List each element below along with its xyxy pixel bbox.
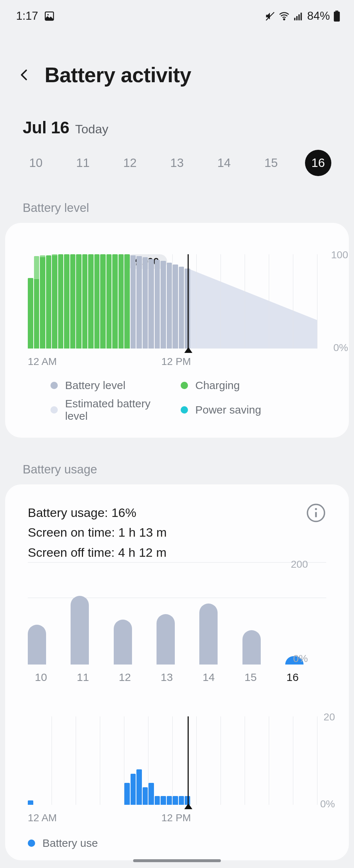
daily-xlabel: 12 [114, 671, 136, 684]
daily-xlabel: 10 [30, 671, 52, 684]
svg-point-3 [283, 19, 285, 20]
hourly-legend: Battery use [28, 837, 326, 849]
section-battery-level-label: Battery level [0, 176, 354, 215]
day-12[interactable]: 12 [117, 156, 143, 170]
level-bar [173, 264, 178, 349]
day-14[interactable]: 14 [211, 156, 237, 170]
usage-summary: Battery usage: 16% Screen on time: 1 h 1… [28, 503, 167, 562]
screen-off-value: 4 h 12 m [118, 545, 166, 559]
legend-charging: Charging [181, 379, 304, 392]
svg-rect-7 [301, 13, 302, 20]
legend-dot-power-saving [181, 406, 188, 414]
hourly-bar [28, 800, 33, 805]
yaxis-top: 100 [328, 249, 348, 261]
level-bar [40, 255, 45, 349]
section-battery-usage-label: Battery usage [0, 438, 354, 476]
level-bar [52, 254, 57, 349]
usage-value: 16% [112, 506, 136, 519]
day-11[interactable]: 11 [70, 156, 96, 170]
level-bar [28, 278, 33, 349]
level-bar [100, 254, 106, 349]
page-title: Battery activity [45, 63, 191, 87]
battery-level-xlabels: 12 AM 12 PM [28, 356, 317, 368]
battery-level-legend: Battery level Charging Estimated battery… [50, 379, 304, 422]
svg-rect-8 [335, 11, 338, 12]
level-bar [70, 254, 76, 349]
gallery-icon [44, 11, 55, 22]
level-bar [46, 255, 52, 349]
daily-xlabels: 10111213141516 [28, 671, 326, 684]
xaxis-right: 12 PM [161, 356, 191, 368]
usage-label: Battery usage: [28, 506, 112, 519]
svg-rect-6 [298, 14, 300, 20]
hourly-bar [148, 783, 154, 805]
home-indicator[interactable] [133, 859, 221, 862]
level-bar [58, 254, 64, 349]
wifi-icon [279, 11, 290, 22]
status-bar: 1:17 84% [0, 0, 354, 23]
level-bar [118, 254, 124, 349]
date-row: Jul 16 Today [0, 87, 354, 137]
hourly-current-marker [188, 716, 189, 808]
hourly-xaxis-left: 12 AM [28, 812, 57, 824]
legend-dot-estimated [50, 406, 58, 414]
battery-level-card: 100 100 0% 12 AM 12 PM Battery level [5, 223, 349, 438]
daily-yaxis: 200 0% [291, 559, 308, 665]
daily-xlabel: 14 [198, 671, 220, 684]
daily-usage-chart[interactable]: 200 0% 10111213141516 [28, 610, 326, 684]
level-bar [124, 254, 130, 349]
level-bar [34, 256, 39, 349]
daily-bar [114, 620, 132, 665]
level-bar [106, 254, 112, 349]
status-bar-left: 1:17 [16, 9, 55, 23]
hourly-bar [124, 783, 130, 805]
hourly-bar [167, 796, 172, 805]
hourly-usage-chart[interactable]: 20 0% 12 AM 12 PM Battery use [28, 716, 326, 849]
battery-level-yaxis: 100 0% [328, 249, 348, 354]
level-bar [143, 257, 148, 349]
svg-point-1 [48, 14, 49, 15]
day-10[interactable]: 10 [23, 156, 49, 170]
battery-level-chart[interactable]: 100 0% [28, 254, 326, 349]
xaxis-left: 12 AM [28, 356, 57, 368]
level-bar [88, 254, 94, 349]
daily-yaxis-bottom: 0% [293, 653, 308, 665]
level-bar [94, 254, 100, 349]
current-time-marker [188, 254, 189, 352]
level-bar [76, 254, 82, 349]
hourly-xaxis-right: 12 PM [161, 812, 191, 824]
back-button[interactable] [18, 68, 31, 82]
level-bar [179, 267, 184, 349]
legend-battery-level: Battery level [50, 379, 173, 392]
daily-bar [28, 625, 46, 665]
status-battery-pct: 84% [307, 9, 330, 23]
signal-icon [293, 11, 304, 21]
mute-icon [265, 11, 275, 21]
legend-dot-battery-level [50, 382, 58, 389]
hourly-yaxis: 20 0% [319, 711, 335, 810]
level-bar [148, 259, 154, 349]
page-header: Battery activity [0, 23, 354, 87]
day-16[interactable]: 16 [305, 150, 331, 176]
hourly-xlabels: 12 AM 12 PM [28, 812, 317, 824]
legend-dot-battery-use [28, 840, 35, 847]
screen-on-value: 1 h 13 m [118, 525, 167, 539]
day-15[interactable]: 15 [258, 156, 284, 170]
day-13[interactable]: 13 [164, 156, 190, 170]
level-bar [82, 254, 88, 349]
daily-bar [71, 596, 89, 665]
svg-rect-9 [334, 12, 340, 22]
info-button[interactable] [306, 503, 326, 523]
level-bar [185, 269, 190, 349]
daily-xlabel: 13 [156, 671, 178, 684]
status-bar-right: 84% [265, 9, 340, 23]
level-bar [112, 254, 118, 349]
screen-off-label: Screen off time: [28, 545, 118, 559]
legend-power-saving: Power saving [181, 397, 304, 422]
date-label: Jul 16 [23, 118, 69, 137]
status-time: 1:17 [16, 9, 38, 23]
hourly-bar [155, 796, 160, 805]
date-today: Today [75, 122, 108, 136]
hourly-yaxis-top: 20 [319, 711, 335, 723]
hourly-legend-label: Battery use [42, 837, 98, 849]
